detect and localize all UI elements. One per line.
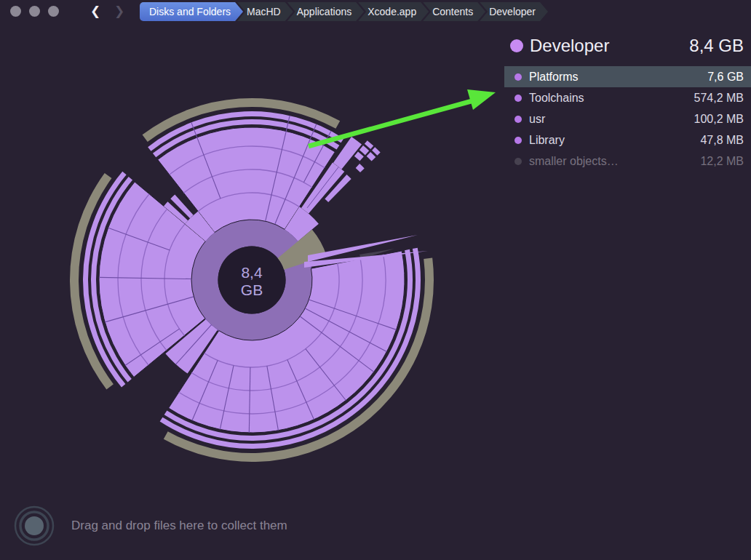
folder-size: 100,2 MB [694,113,744,126]
breadcrumb-item-disks-and-folders[interactable]: Disks and Folders [140,2,243,21]
checker-block[interactable] [372,147,381,155]
folder-color-dot [514,73,522,81]
window-controls [10,6,59,17]
folder-color-dot [514,137,522,144]
checker-block[interactable] [367,152,376,161]
folder-size: 574,2 MB [694,92,744,105]
collector[interactable]: Drag and drop files here to collect them [13,505,287,547]
folder-size: 12,2 MB [700,155,744,168]
checker-block[interactable] [354,152,364,161]
checker-block[interactable] [356,164,365,172]
forward-button[interactable]: ❯ [112,1,127,22]
folder-size: 7,6 GB [707,71,744,84]
pointer-arrow-head [467,89,496,110]
folder-name: usr [529,113,545,126]
breadcrumb-item-xcode-app[interactable]: Xcode.app [358,2,429,21]
panel-title: Developer [530,36,609,56]
folder-color-dot [510,39,523,52]
folder-row-toolchains[interactable]: Toolchains574,2 MB [504,87,751,108]
folder-name: Toolchains [529,92,584,105]
folder-row-usr[interactable]: usr100,2 MB [504,108,751,129]
folder-row-smaller-objects-[interactable]: smaller objects…12,2 MB [504,151,751,172]
folder-row-platforms[interactable]: Platforms7,6 GB [504,66,751,87]
folder-panel: Developer 8,4 GB Platforms7,6 GBToolchai… [504,31,751,172]
folder-color-dot [514,158,522,165]
zoom-button[interactable] [48,6,59,17]
folder-color-dot [514,116,522,123]
breadcrumb-item-applications[interactable]: Applications [287,2,365,21]
folder-name: Platforms [529,71,579,84]
panel-header[interactable]: Developer 8,4 GB [504,31,751,61]
breadcrumb-item-developer[interactable]: Developer [480,2,548,21]
folder-row-library[interactable]: Library47,8 MB [504,129,751,151]
folder-color-dot [514,95,522,102]
checker-block[interactable] [365,140,373,149]
collect-hint-text: Drag and drop files here to collect them [71,519,287,533]
folder-name: Library [529,134,565,147]
folder-name: smaller objects… [529,155,619,168]
collector-target-icon[interactable] [13,505,55,547]
close-button[interactable] [10,6,21,17]
breadcrumb-item-machd[interactable]: MacHD [237,2,293,21]
titlebar: ❮ ❯ Disks and FoldersMacHDApplicationsXc… [0,0,751,23]
breadcrumb-item-contents[interactable]: Contents [423,2,485,21]
breadcrumb: Disks and FoldersMacHDApplicationsXcode.… [140,2,548,21]
folder-size: 47,8 MB [700,134,744,147]
minimize-button[interactable] [29,6,40,17]
checker-block[interactable] [359,145,369,155]
chart-center [218,247,286,314]
panel-total-size: 8,4 GB [689,36,744,56]
folder-list: Platforms7,6 GBToolchains574,2 MBusr100,… [504,66,751,172]
back-button[interactable]: ❮ [88,1,103,22]
